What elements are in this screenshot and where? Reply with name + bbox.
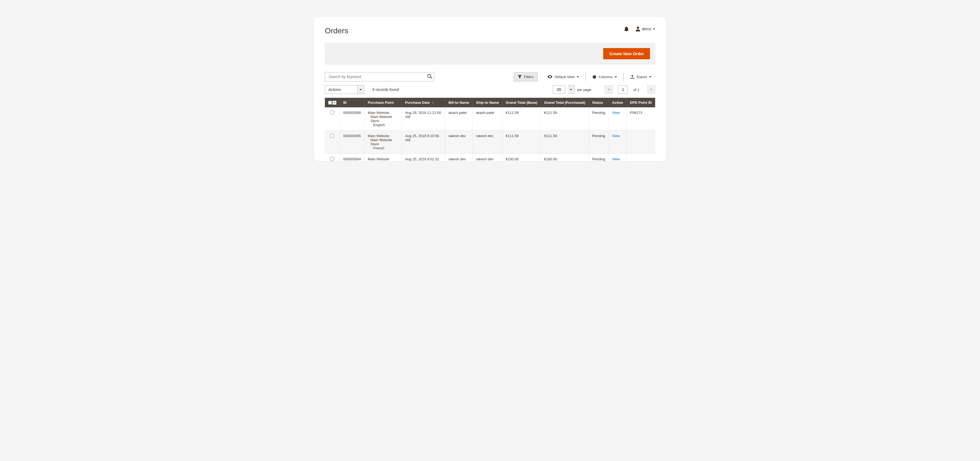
row-checkbox-cell [325, 154, 340, 162]
cell-purchase-date: Aug 25, 2018 8:02:32 AM [402, 154, 445, 162]
columns-label: Columns [598, 75, 612, 79]
cell-id: 000000005 [340, 130, 364, 154]
svg-point-0 [428, 74, 431, 78]
cell-status: Pending [589, 107, 609, 130]
col-header-checkbox[interactable] [325, 98, 340, 107]
table-row[interactable]: 000000006Main WebsiteMain Website StoreE… [325, 107, 655, 130]
eye-icon [547, 75, 552, 78]
cell-gt-purchased: €100.00 [541, 154, 589, 162]
orders-table: ID Purchase Point Purchase Date ↑ Bill-t… [325, 98, 655, 161]
row-checkbox-cell [325, 130, 340, 154]
records-found: 6 records found [372, 87, 399, 92]
separator [585, 73, 586, 81]
user-menu[interactable]: demo [636, 27, 655, 32]
col-header-gt-base[interactable]: Grand Total (Base) [502, 98, 541, 107]
per-page-input[interactable] [553, 86, 565, 93]
search-wrap [325, 72, 434, 81]
export-button[interactable]: Export [627, 73, 655, 81]
create-new-order-button[interactable]: Create New Order [603, 48, 650, 59]
chevron-left-icon [608, 88, 610, 91]
toolbar-right: Filters Default View Columns Export [514, 72, 655, 81]
notifications-icon[interactable] [624, 27, 628, 32]
row-checkbox[interactable] [330, 134, 334, 138]
cell-bill-to: akash patel [445, 107, 473, 130]
header-row: Orders demo [325, 27, 655, 35]
caret-down-icon [653, 29, 655, 30]
per-page-label: per page [577, 88, 591, 92]
search-input[interactable] [325, 72, 434, 81]
caret-down-icon [570, 89, 572, 90]
cell-dpd [627, 154, 655, 162]
svg-line-1 [431, 77, 432, 79]
export-icon [630, 75, 635, 79]
cell-purchase-point: Main WebsiteMain Website StoreFrench [364, 130, 402, 154]
cell-purchase-date: Aug 29, 2018 11:21:50 AM [402, 107, 445, 130]
col-header-status[interactable]: Status [589, 98, 609, 107]
col-header-id[interactable]: ID [340, 98, 364, 107]
cell-purchase-point: Main WebsiteMain Website StoreEnglish [364, 107, 402, 130]
cell-purchase-date: Aug 25, 2018 8:10:56 AM [402, 130, 445, 154]
actions-label: Actions [325, 85, 358, 94]
cell-gt-base: €100.00 [502, 154, 541, 162]
page-input[interactable] [618, 86, 628, 93]
header-right: demo [624, 27, 655, 32]
actions-select[interactable]: Actions [325, 85, 364, 94]
view-link[interactable]: View [612, 134, 620, 138]
cell-action: View [609, 154, 627, 162]
col-header-dpd[interactable]: DPD Point ID [627, 98, 655, 107]
orders-table-viewport: ID Purchase Point Purchase Date ↑ Bill-t… [325, 98, 655, 161]
col-header-gt-purchased[interactable]: Grand Total (Purchased) [541, 98, 589, 107]
page-of-label: of 1 [633, 88, 639, 92]
user-icon [636, 27, 640, 32]
table-row[interactable]: 000000004Main WebsiteMain Website StoreF… [325, 154, 655, 162]
default-view-label: Default View [555, 75, 574, 79]
toolbar-row-1: Filters Default View Columns Export [325, 72, 655, 81]
col-header-ship-to[interactable]: Ship-to Name [473, 98, 502, 107]
cell-ship-to: rakesh dev [473, 130, 502, 154]
default-view-button[interactable]: Default View [544, 73, 583, 81]
table-row[interactable]: 000000005Main WebsiteMain Website StoreF… [325, 130, 655, 154]
cell-bill-to: rakesh dev [445, 130, 473, 154]
search-icon [427, 74, 433, 79]
actions-caret [358, 85, 364, 94]
col-header-action[interactable]: Action [609, 98, 627, 107]
col-header-purchase-point[interactable]: Purchase Point [364, 98, 402, 107]
col-header-bill-to[interactable]: Bill-to Name [445, 98, 473, 107]
next-page-button[interactable] [648, 86, 655, 93]
toolbar-row-2: Actions 6 records found per page of 1 [325, 85, 655, 94]
filters-button[interactable]: Filters [514, 72, 538, 81]
caret-down-icon [577, 76, 579, 78]
columns-button[interactable]: Columns [589, 73, 621, 81]
cell-dpd: P56173 [627, 107, 655, 130]
cell-status: Pending [589, 130, 609, 154]
cell-dpd [627, 130, 655, 154]
prev-page-button[interactable] [605, 86, 612, 93]
cell-id: 000000004 [340, 154, 364, 162]
view-link[interactable]: View [612, 111, 620, 115]
user-label: demo [642, 27, 651, 31]
filters-label: Filters [524, 75, 533, 79]
select-all-caret[interactable] [332, 101, 336, 105]
view-link[interactable]: View [612, 157, 620, 161]
caret-down-icon [649, 76, 651, 78]
cell-status: Pending [589, 154, 609, 162]
search-button[interactable] [427, 74, 433, 80]
cell-gt-base: €111.59 [502, 130, 541, 154]
row-checkbox-cell [325, 107, 340, 130]
cell-purchase-point: Main WebsiteMain Website StoreFrench [364, 154, 402, 162]
gear-icon [592, 75, 597, 79]
per-page-caret[interactable] [568, 86, 574, 93]
col-header-purchase-date[interactable]: Purchase Date ↑ [402, 98, 445, 107]
cell-action: View [609, 107, 627, 130]
cell-ship-to: rakesh dev [473, 154, 502, 162]
cell-gt-purchased: €111.59 [541, 130, 589, 154]
caret-down-icon [360, 89, 362, 90]
create-bar: Create New Order [325, 43, 655, 65]
cell-ship-to: akash patel [473, 107, 502, 130]
caret-down-icon [615, 76, 617, 78]
toolbar2-right: per page of 1 [553, 86, 655, 93]
row-checkbox[interactable] [330, 157, 334, 161]
cell-gt-purchased: €111.59 [541, 107, 589, 130]
row-checkbox[interactable] [330, 111, 334, 114]
select-all-checkbox[interactable] [328, 101, 332, 105]
